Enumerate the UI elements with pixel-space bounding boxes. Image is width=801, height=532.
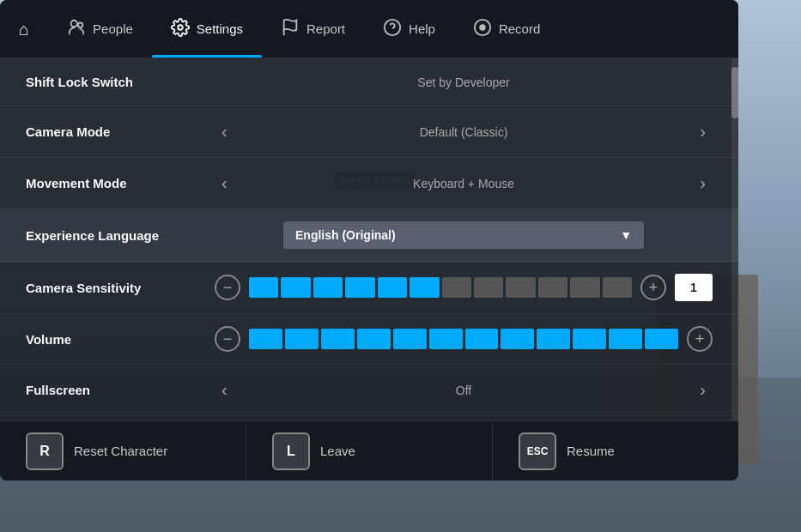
- language-dropdown[interactable]: English (Original) ▼: [283, 221, 644, 249]
- camera-sensitivity-value: − + 1: [215, 274, 713, 301]
- nav-label-record: Record: [499, 21, 540, 36]
- setting-row-language: Experience Language English (Original) ▼: [0, 209, 738, 262]
- camera-sensitivity-label: Camera Sensitivity: [26, 281, 215, 295]
- nav-item-home[interactable]: ⌂: [0, 0, 48, 57]
- movement-mode-value: ‹ Keyboard + Mouse ›: [215, 170, 713, 196]
- camera-sensitivity-slider: − + 1: [215, 274, 713, 301]
- scrollbar-thumb[interactable]: [731, 67, 738, 118]
- movement-mode-text: Keyboard + Mouse: [245, 177, 683, 190]
- nav-label-settings: Settings: [197, 21, 243, 36]
- camera-mode-value: ‹ Default (Classic) ›: [215, 118, 713, 145]
- volume-bar[interactable]: [249, 329, 678, 349]
- language-label: Experience Language: [26, 228, 215, 243]
- svg-point-7: [480, 25, 485, 30]
- shift-lock-value: Set by Developer: [215, 76, 713, 89]
- nav-item-settings[interactable]: Settings: [152, 0, 262, 57]
- dropdown-chevron-icon: ▼: [620, 228, 632, 242]
- shift-lock-text: Set by Developer: [215, 76, 713, 89]
- action-bar: R Reset Character L Leave ESC Resume: [0, 420, 738, 481]
- nav-label-help: Help: [409, 21, 435, 36]
- camera-sensitivity-increase[interactable]: +: [640, 275, 666, 300]
- help-icon: [383, 18, 402, 39]
- nav-label-people: People: [93, 21, 133, 36]
- camera-mode-text: Default (Classic): [245, 125, 683, 139]
- movement-mode-label: Movement Mode: [26, 176, 215, 190]
- settings-content: Shift Lock Switch Set by Developer Camer…: [0, 58, 738, 420]
- fullscreen-text: Off: [245, 384, 683, 397]
- resume-label: Resume: [567, 444, 615, 458]
- reset-label: Reset Character: [74, 444, 167, 458]
- nav-label-report: Report: [306, 21, 345, 36]
- leave-label: Leave: [320, 444, 355, 458]
- movement-mode-next[interactable]: ›: [693, 170, 713, 196]
- camera-sensitivity-decrease[interactable]: −: [215, 275, 240, 300]
- camera-mode-label: Camera Mode: [26, 124, 215, 139]
- nav-item-help[interactable]: Help: [364, 0, 454, 57]
- fullscreen-value: ‹ Off ›: [215, 377, 713, 403]
- scrollbar-track: [731, 58, 738, 420]
- setting-row-shift-lock: Shift Lock Switch Set by Developer: [0, 58, 738, 106]
- nav-item-report[interactable]: Report: [262, 0, 364, 57]
- setting-row-camera-sensitivity: Camera Sensitivity − + 1: [0, 262, 738, 314]
- camera-sensitivity-input[interactable]: 1: [675, 274, 713, 301]
- volume-value: − +: [215, 326, 713, 352]
- volume-label: Volume: [26, 332, 215, 347]
- volume-decrease[interactable]: −: [215, 326, 240, 352]
- camera-sensitivity-bar[interactable]: [249, 277, 632, 298]
- svg-point-1: [78, 23, 83, 28]
- nav-item-people[interactable]: People: [48, 0, 152, 57]
- home-icon: ⌂: [19, 21, 29, 38]
- settings-panel: ⌂ People Settings: [0, 0, 738, 481]
- nav-bar: ⌂ People Settings: [0, 0, 738, 58]
- fullscreen-next[interactable]: ›: [693, 377, 713, 403]
- volume-increase[interactable]: +: [687, 326, 713, 352]
- resume-key-badge: ESC: [519, 432, 556, 470]
- shift-lock-label: Shift Lock Switch: [26, 75, 215, 89]
- setting-row-fullscreen: Fullscreen ‹ Off ›: [0, 365, 738, 416]
- setting-row-movement-mode: Movement Mode ‹ Keyboard + Mouse ›: [0, 158, 738, 209]
- movement-mode-prev[interactable]: ‹: [215, 170, 234, 196]
- svg-point-2: [178, 25, 183, 30]
- setting-row-volume: Volume − +: [0, 314, 738, 365]
- volume-slider: − +: [215, 326, 713, 352]
- resume-button[interactable]: ESC Resume: [493, 421, 738, 481]
- camera-mode-next[interactable]: ›: [693, 118, 713, 145]
- reset-button[interactable]: R Reset Character: [0, 421, 246, 481]
- people-icon: [67, 18, 86, 39]
- reset-key-badge: R: [26, 432, 64, 470]
- settings-icon: [171, 18, 190, 39]
- record-icon: [473, 18, 492, 39]
- fullscreen-label: Fullscreen: [26, 383, 215, 397]
- svg-point-0: [71, 21, 77, 27]
- language-dropdown-text: English (Original): [295, 228, 396, 242]
- setting-row-camera-mode: Camera Mode ‹ Default (Classic) ›: [0, 106, 738, 158]
- nav-item-record[interactable]: Record: [454, 0, 559, 57]
- report-icon: [281, 18, 300, 39]
- camera-mode-prev[interactable]: ‹: [215, 118, 234, 145]
- leave-key-badge: L: [272, 432, 310, 470]
- leave-button[interactable]: L Leave: [246, 421, 493, 481]
- fullscreen-prev[interactable]: ‹: [215, 377, 234, 403]
- language-value: English (Original) ▼: [215, 221, 713, 249]
